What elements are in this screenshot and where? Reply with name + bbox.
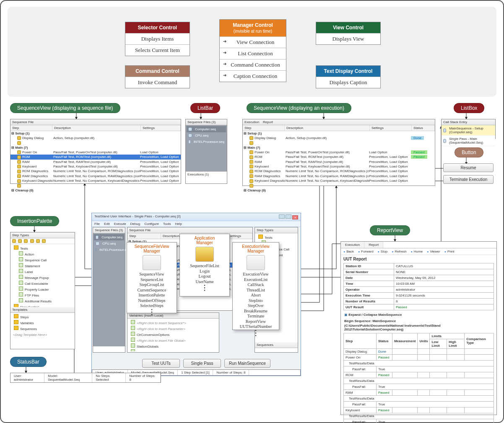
group-header[interactable]: ⊟ Setup (1): [10, 131, 181, 136]
list-item[interactable]: Computer.seq: [94, 234, 124, 240]
table-row[interactable]: [243, 183, 435, 188]
min-icon[interactable]: [279, 214, 285, 219]
seqexec-tabs[interactable]: Execution Report: [243, 119, 435, 125]
table-row[interactable]: ROM DiagnosticsNumeric Limit Test, No Co…: [10, 169, 181, 173]
toolbar-print[interactable]: Print: [444, 250, 455, 253]
tree-folder[interactable]: Steps: [11, 314, 74, 320]
local-item[interactable]: <Right click to insert File Global>: [128, 337, 218, 343]
tree-item[interactable]: Label: [11, 268, 74, 274]
menu-tools[interactable]: Tools: [163, 222, 171, 226]
window-buttons[interactable]: ×: [279, 214, 298, 219]
insertion-tree[interactable]: TestsActionSequence CallStatementLabelMe…: [10, 244, 75, 307]
table-row[interactable]: Keyboard DiagnosticsNumeric Limit Test, …: [10, 178, 181, 183]
sequenceview-exec-panel[interactable]: Execution Report Step Description Settin…: [242, 119, 435, 186]
tab-execution[interactable]: Execution: [244, 120, 259, 124]
window-titlebar[interactable]: TestStand User Interface - Single Pass -…: [92, 213, 301, 221]
tree-folder[interactable]: Sequences: [11, 325, 74, 331]
tree-folder[interactable]: Flow Control: [11, 304, 74, 307]
tree-folder[interactable]: Tests: [11, 245, 74, 251]
table-row[interactable]: [243, 140, 435, 145]
templates-tree[interactable]: StepsVariablesSequences: [10, 313, 75, 332]
resume-button[interactable]: Resume: [443, 163, 494, 172]
max-icon[interactable]: [286, 214, 291, 219]
menu-debug[interactable]: Debug: [130, 222, 140, 226]
table-row[interactable]: Display DialogAction, Setup (computer.dl…: [243, 136, 435, 140]
toolbar-viewer[interactable]: Viewer: [427, 250, 440, 253]
seqfile-tab[interactable]: Sequence File: [10, 119, 181, 125]
local-item[interactable]: <Right click to insert Parameter>: [128, 325, 218, 331]
tree-item[interactable]: Message Popup: [11, 274, 74, 280]
local-item[interactable]: ThisContext: [128, 349, 218, 351]
ui-seqfiles[interactable]: Sequence Files (3) Computer.seqCPU.seqIN…: [93, 227, 125, 353]
reportview-panel[interactable]: Execution Report BackForwardStopRefreshH…: [340, 241, 497, 415]
tree-item[interactable]: Sequence Call: [11, 257, 74, 263]
listbox-items[interactable]: MainSequence - Setup (Computer.seq)Singl…: [442, 125, 495, 146]
terminate-button[interactable]: Terminate Execution: [443, 175, 494, 184]
tree-item[interactable]: Call Executable: [11, 280, 74, 286]
palette-icon[interactable]: [30, 239, 34, 243]
table-row[interactable]: KeyboardPass/Fail Test, KeyboardTest (co…: [10, 164, 181, 169]
group-header[interactable]: ⊟ Cleanup (0): [243, 188, 435, 193]
tree-item[interactable]: Property Loader: [11, 286, 74, 292]
listbar-panel[interactable]: Sequence Files (3) Computer.seqCPU.seqIN…: [185, 119, 227, 184]
list-item[interactable]: Computer.seq: [187, 126, 226, 132]
list-item[interactable]: Single Pass - Main (SequentialModel.Seq): [442, 136, 495, 146]
group-header[interactable]: ⊟ Main (7): [10, 145, 181, 150]
table-row[interactable]: ROMPass/Fail Test, ROMTest (computer.dll…: [243, 155, 435, 159]
tab-report-r[interactable]: Report: [364, 242, 383, 248]
menu-help[interactable]: Help: [175, 222, 182, 226]
tree-item[interactable]: Statement: [11, 263, 74, 268]
table-row[interactable]: Keyboard DiagnosticsNumeric Limit Test, …: [243, 178, 435, 183]
menu-execute[interactable]: Execute: [114, 222, 126, 226]
test-uuts-button[interactable]: Test UUTs: [142, 359, 180, 368]
table-row[interactable]: Display DialogAction, Setup (computer.dl…: [10, 136, 181, 140]
table-row[interactable]: ROM DiagnosticsNumeric Limit Test, No Co…: [243, 169, 435, 173]
group-header[interactable]: ⊟ Main (7): [243, 145, 435, 150]
list-item[interactable]: CPU.seq: [187, 132, 226, 139]
ui-locals-tree[interactable]: <Right click to insert Sequence*><Right …: [127, 319, 219, 351]
insertion-palette-panel[interactable]: Step Types TestsActionSequence CallState…: [10, 232, 75, 349]
palette-icon[interactable]: [24, 239, 28, 243]
listbox-panel[interactable]: Call Stack Entry MainSequence - Setup (C…: [441, 119, 496, 139]
ui-seqfile-tab[interactable]: Sequence File: [127, 227, 252, 233]
list-item[interactable]: INTELProcessor.seq: [187, 139, 226, 145]
menubar[interactable]: FileEditExecuteDebugConfigureToolsHelp: [92, 221, 301, 227]
tab-exec-r[interactable]: Execution: [341, 242, 364, 248]
ui-seqfiles-items[interactable]: Computer.seqCPU.seqINTELProcessor.seq: [93, 233, 125, 346]
table-row[interactable]: RAM DiagnosticsNumeric Limit Test, No Co…: [243, 174, 435, 178]
palette-icon[interactable]: [12, 239, 16, 243]
local-item[interactable]: StationGlobals: [128, 343, 218, 349]
table-row[interactable]: RAM DiagnosticsNumeric Limit Test, No Co…: [10, 174, 181, 178]
list-item[interactable]: MainSequence - Setup (Computer.seq): [442, 125, 495, 136]
seqexec-rows[interactable]: ⊟ Setup (1)Display DialogAction, Setup (…: [243, 131, 435, 193]
group-header[interactable]: ⊟ Setup (1): [243, 131, 435, 136]
toolbar-refresh[interactable]: Refresh: [392, 250, 406, 253]
sequenceview-file-panel[interactable]: Sequence File Step Description Settings …: [10, 119, 181, 184]
tree-item[interactable]: Additional Results: [11, 298, 74, 304]
close-icon[interactable]: ×: [292, 215, 298, 219]
tree-item[interactable]: Action: [11, 251, 74, 257]
expand-text[interactable]: Expand / Collapse MainSequence: [348, 313, 402, 317]
table-row[interactable]: [10, 183, 181, 188]
toolbar-home[interactable]: Home: [411, 250, 423, 253]
local-item[interactable]: <Right click to insert Sequence*>: [128, 320, 218, 325]
tree-folder[interactable]: Tests: [256, 234, 297, 240]
listbar-footer[interactable]: Executions (1): [186, 171, 227, 177]
table-row[interactable]: KeyboardPass/Fail Test, KeyboardTest (co…: [243, 164, 435, 169]
listbar-items[interactable]: Computer.seqCPU.seqINTELProcessor.seq: [186, 125, 227, 171]
palette-icon[interactable]: [36, 239, 40, 243]
expand-collapse-link[interactable]: ▣ Expand / Collapse MainSequence: [344, 313, 493, 317]
menu-configure[interactable]: Configure: [144, 222, 159, 226]
menu-file[interactable]: File: [94, 222, 100, 226]
run-mainseq-button[interactable]: Run MainSequence: [224, 359, 270, 368]
table-row[interactable]: ROMPass/Fail Test, ROMTest (computer.dll…: [10, 155, 181, 159]
table-row[interactable]: [10, 140, 181, 145]
single-pass-button[interactable]: Single Pass: [183, 359, 221, 368]
tab-report[interactable]: Report: [263, 120, 273, 124]
menu-edit[interactable]: Edit: [104, 222, 110, 226]
table-row[interactable]: Power OnPass/Fail Test, PowerOnTest (com…: [243, 150, 435, 155]
group-header[interactable]: ⊟ Cleanup (0): [10, 188, 181, 193]
table-row[interactable]: Power OnPass/Fail Test, PowerOnTest (com…: [10, 150, 181, 155]
toolbar-back[interactable]: Back: [343, 250, 354, 253]
palette-toolbar-icons[interactable]: [10, 238, 75, 244]
